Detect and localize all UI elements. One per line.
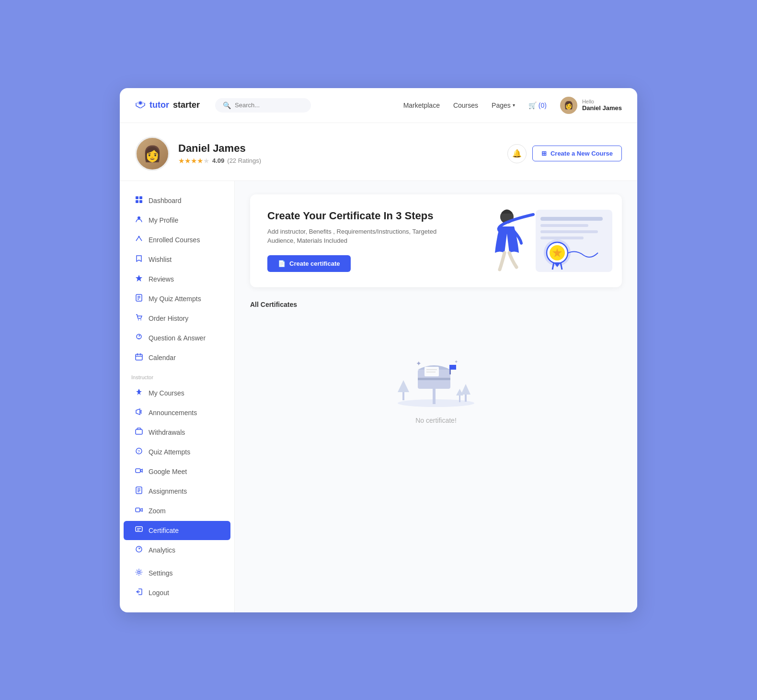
sidebar-item-zoom[interactable]: Zoom xyxy=(124,501,230,520)
sidebar-item-wishlist[interactable]: Wishlist xyxy=(124,250,230,269)
svg-point-46 xyxy=(398,399,474,407)
sidebar-item-question-answer[interactable]: Question & Answer xyxy=(124,328,230,348)
sidebar-bottom: Settings Logout xyxy=(120,564,234,602)
create-certificate-button[interactable]: 📄 Create certificate xyxy=(267,255,351,272)
profile-header: 👩 Daniel James ★★★★★ 4.09 (22 Ratings) 🔔… xyxy=(120,123,637,181)
logo-starter: starter xyxy=(173,100,200,110)
user-greeting: Hello xyxy=(582,99,622,104)
sidebar-item-my-profile[interactable]: My Profile xyxy=(124,211,230,230)
certificate-illustration xyxy=(459,194,622,287)
svg-rect-31 xyxy=(136,527,142,531)
cart-button[interactable]: 🛒 (0) xyxy=(528,102,547,109)
order-icon xyxy=(135,314,143,323)
zoom-icon xyxy=(135,506,143,516)
nav-courses[interactable]: Courses xyxy=(453,102,478,109)
svg-marker-7 xyxy=(136,275,142,282)
svg-rect-25 xyxy=(136,469,140,473)
sidebar-item-order-history[interactable]: Order History xyxy=(124,309,230,328)
svg-text:✦: ✦ xyxy=(416,360,422,367)
svg-rect-55 xyxy=(418,378,450,380)
main-content: Create Your Certificate In 3 Steps Add i… xyxy=(235,181,637,612)
settings-icon xyxy=(135,568,143,578)
sidebar-item-assignments[interactable]: Assignments xyxy=(124,482,230,501)
sidebar-item-logout[interactable]: Logout xyxy=(124,583,230,602)
all-certificates-label: All Certificates xyxy=(250,301,622,308)
create-course-button[interactable]: ⊞ Create a New Course xyxy=(532,146,622,161)
sidebar-item-enrolled-courses[interactable]: Enrolled Courses xyxy=(124,230,230,249)
user-avatar-small: 👩 xyxy=(560,97,577,114)
svg-point-13 xyxy=(140,319,141,320)
svg-rect-39 xyxy=(540,230,598,233)
cart-icon: 🛒 xyxy=(528,102,537,109)
svg-rect-30 xyxy=(136,508,140,512)
svg-rect-51 xyxy=(459,395,460,402)
reviews-icon xyxy=(135,274,143,284)
banner-text: Create Your Certificate In 3 Steps Add i… xyxy=(267,210,449,272)
plus-icon: ⊞ xyxy=(541,150,547,157)
assignments-icon xyxy=(135,486,143,496)
my-courses-icon xyxy=(135,388,143,398)
quiz-icon xyxy=(135,294,143,304)
certificate-banner: Create Your Certificate In 3 Steps Add i… xyxy=(250,194,622,287)
instructor-quiz-icon: ? xyxy=(135,447,143,457)
sidebar-instructor-section: My Courses Announcements Withdrawals xyxy=(120,384,234,560)
search-bar[interactable]: 🔍 xyxy=(215,98,311,113)
svg-rect-3 xyxy=(136,200,138,203)
nav-marketplace[interactable]: Marketplace xyxy=(403,102,440,109)
announcements-icon xyxy=(135,408,143,418)
rating-number: 4.09 xyxy=(212,157,224,164)
sidebar-item-google-meet[interactable]: Google Meet xyxy=(124,462,230,481)
profile-avatar: 👩 xyxy=(135,136,170,171)
svg-text:✦: ✦ xyxy=(454,359,458,364)
empty-state-illustration: ✦ ✦ xyxy=(388,337,484,409)
content-area: Dashboard My Profile Enrolled Courses xyxy=(120,181,637,612)
svg-rect-40 xyxy=(540,237,584,239)
main-card: tutorstarter 🔍 Marketplace Courses Pages… xyxy=(120,88,637,612)
sidebar-item-announcements[interactable]: Announcements xyxy=(124,403,230,422)
profile-name: Daniel James xyxy=(178,142,261,155)
no-certificate-text: No certificate! xyxy=(415,417,457,424)
svg-point-0 xyxy=(139,102,142,104)
sidebar-item-certificate[interactable]: Certificate xyxy=(124,521,230,540)
profile-rating: ★★★★★ 4.09 (22 Ratings) xyxy=(178,157,261,165)
chevron-down-icon: ▾ xyxy=(513,102,515,108)
profile-actions: 🔔 ⊞ Create a New Course xyxy=(507,144,622,163)
enrolled-icon xyxy=(135,235,143,245)
sidebar-item-analytics[interactable]: Analytics xyxy=(124,541,230,560)
qa-icon xyxy=(135,333,143,343)
calendar-icon xyxy=(135,353,143,362)
cert-btn-icon: 📄 xyxy=(278,260,286,267)
sidebar-item-reviews[interactable]: Reviews xyxy=(124,270,230,289)
svg-point-5 xyxy=(138,216,140,219)
no-certificate-section: ✦ ✦ No certificate! xyxy=(250,318,622,434)
logo-icon xyxy=(135,100,146,111)
notification-bell-button[interactable]: 🔔 xyxy=(507,144,527,163)
sidebar-item-settings[interactable]: Settings xyxy=(124,564,230,583)
banner-desc: Add instructor, Benefits , Requirements/… xyxy=(267,227,449,246)
logout-icon xyxy=(135,588,143,598)
svg-rect-15 xyxy=(136,354,142,360)
sidebar-item-instructor-quiz[interactable]: ? Quiz Attempts xyxy=(124,442,230,462)
svg-point-6 xyxy=(138,236,140,237)
logo-tutor: tutor xyxy=(149,100,169,110)
sidebar-item-calendar[interactable]: Calendar xyxy=(124,348,230,367)
svg-point-12 xyxy=(138,319,139,320)
top-nav: tutorstarter 🔍 Marketplace Courses Pages… xyxy=(120,88,637,123)
sidebar-item-withdrawals[interactable]: Withdrawals xyxy=(124,423,230,442)
sidebar-item-dashboard[interactable]: Dashboard xyxy=(124,191,230,210)
svg-rect-22 xyxy=(136,429,142,434)
sidebar-item-my-courses[interactable]: My Courses xyxy=(124,384,230,403)
sidebar-item-quiz-attempts[interactable]: My Quiz Attempts xyxy=(124,289,230,308)
analytics-icon xyxy=(135,545,143,555)
svg-text:?: ? xyxy=(138,449,140,454)
banner-title: Create Your Certificate In 3 Steps xyxy=(267,210,449,222)
nav-pages[interactable]: Pages ▾ xyxy=(492,102,515,109)
svg-marker-48 xyxy=(398,380,409,392)
svg-rect-1 xyxy=(136,196,138,199)
svg-rect-4 xyxy=(139,200,142,203)
search-input[interactable] xyxy=(235,102,303,109)
profile-icon xyxy=(135,215,143,225)
user-info: 👩 Hello Daniel James xyxy=(560,97,622,114)
svg-point-35 xyxy=(138,571,140,573)
sidebar: Dashboard My Profile Enrolled Courses xyxy=(120,181,235,612)
